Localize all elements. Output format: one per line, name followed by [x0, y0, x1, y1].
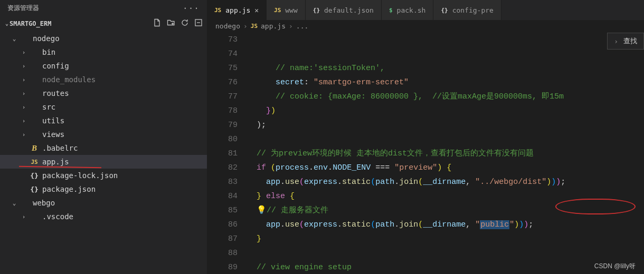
- tree-item--vscode[interactable]: ›.vscode: [0, 210, 207, 223]
- tree-item-node-modules[interactable]: ›node_modules: [0, 73, 207, 86]
- editor-area: JSapp.js✕JSwww{}default.json$pack.sh{}co…: [207, 0, 644, 274]
- tab-label: app.js: [225, 6, 250, 14]
- tree-item-label: bin: [42, 48, 55, 56]
- tab-default-json[interactable]: {}default.json: [306, 0, 382, 20]
- tree-item-label: src: [42, 103, 55, 111]
- tree-item-label: package.json: [42, 185, 96, 193]
- explorer-more-icon[interactable]: ···: [183, 3, 200, 13]
- tab-label: default.json: [324, 6, 374, 14]
- line-number: 82: [207, 161, 238, 175]
- line-number: 86: [207, 218, 238, 232]
- chevron-icon: ›: [21, 104, 26, 111]
- tree-item-webgo[interactable]: ⌄webgo: [0, 196, 207, 210]
- tree-item-label: .babelrc: [42, 144, 78, 152]
- tree-item-src[interactable]: ›src: [0, 100, 207, 114]
- tree-item-label: nodego: [33, 34, 60, 43]
- tree-item-label: app.js: [42, 158, 69, 166]
- chevron-icon: ›: [21, 63, 26, 70]
- tree-item-app-js[interactable]: JSapp.js: [0, 155, 207, 169]
- tree-item-nodego[interactable]: ⌄nodego: [0, 32, 207, 45]
- lightbulb-icon[interactable]: 💡: [257, 206, 267, 215]
- tree-item-label: views: [42, 130, 64, 139]
- collapse-icon[interactable]: [194, 18, 203, 28]
- tab-app-js[interactable]: JSapp.js✕: [207, 0, 267, 20]
- line-number: 76: [207, 75, 238, 90]
- tree-item-label: routes: [42, 89, 69, 97]
- tree-item-label: node_modules: [42, 75, 96, 84]
- line-number: 75: [207, 61, 238, 75]
- chevron-icon: ›: [21, 213, 26, 220]
- project-name: SMARTGO_ERM: [10, 20, 51, 27]
- tree-item-bin[interactable]: ›bin: [0, 45, 207, 59]
- line-number: 83: [207, 175, 238, 189]
- chevron-icon: ›: [21, 49, 26, 56]
- close-icon[interactable]: ✕: [254, 6, 259, 14]
- line-number: 78: [207, 104, 238, 118]
- tree-item-views[interactable]: ›views: [0, 128, 207, 141]
- tree-item-label: package-lock.json: [42, 171, 118, 180]
- code-content[interactable]: // name:'sessionToken', secret: "smartgo…: [247, 33, 644, 274]
- chevron-down-icon: ⌄: [4, 20, 10, 27]
- breadcrumb[interactable]: nodego › JS app.js › ...: [207, 20, 644, 33]
- line-number: 77: [207, 90, 238, 104]
- tree-item-routes[interactable]: ›routes: [0, 86, 207, 100]
- chevron-icon: ⌄: [12, 200, 17, 207]
- project-header[interactable]: ⌄ SMARTGO_ERM: [0, 16, 207, 31]
- tab-file-icon: {}: [313, 7, 320, 14]
- chevron-right-icon: ›: [243, 22, 248, 30]
- line-number: 84: [207, 189, 238, 203]
- chevron-icon: ›: [21, 90, 26, 97]
- tree-item-config[interactable]: ›config: [0, 59, 207, 73]
- chevron-icon: ›: [21, 131, 26, 138]
- breadcrumb-root: nodego: [215, 22, 240, 30]
- file-tree: ⌄nodego›bin›config›node_modules›routes›s…: [0, 31, 207, 224]
- tab-bar: JSapp.js✕JSwww{}default.json$pack.sh{}co…: [207, 0, 644, 20]
- chevron-right-icon: ›: [289, 22, 293, 30]
- breadcrumb-tail: ...: [296, 22, 308, 30]
- tree-item-label: webgo: [33, 199, 55, 207]
- explorer-header: 资源管理器 ···: [0, 0, 207, 16]
- line-number: 74: [207, 47, 238, 61]
- tree-item--babelrc[interactable]: B.babelrc: [0, 141, 207, 155]
- tab-label: pack.sh: [397, 6, 426, 14]
- watermark: CSDN @lilly呀: [594, 262, 636, 271]
- line-number: 88: [207, 246, 238, 260]
- tab-config-pre[interactable]: {}config-pre: [433, 0, 501, 20]
- tab-label: www: [285, 6, 297, 14]
- js-icon: JS: [30, 159, 39, 165]
- tab-file-icon: {}: [441, 7, 448, 14]
- tree-item-label: .vscode: [42, 212, 73, 221]
- tab-file-icon: JS: [274, 7, 281, 14]
- explorer-title: 资源管理器: [7, 4, 39, 13]
- json-icon: {}: [30, 185, 39, 193]
- explorer-sidebar: 资源管理器 ··· ⌄ SMARTGO_ERM ⌄nodego›bin›conf…: [0, 0, 207, 274]
- new-file-icon[interactable]: [153, 18, 162, 28]
- json-icon: {}: [30, 172, 39, 180]
- chevron-icon: ›: [21, 118, 26, 124]
- tab-file-icon: $: [389, 7, 393, 14]
- line-number: 81: [207, 146, 238, 161]
- tab-pack-sh[interactable]: $pack.sh: [382, 0, 433, 20]
- line-number: 87: [207, 232, 238, 246]
- tree-item-utils[interactable]: ›utils: [0, 114, 207, 128]
- tree-item-label: config: [42, 62, 69, 70]
- babel-icon: B: [30, 144, 39, 153]
- refresh-icon[interactable]: [181, 18, 189, 28]
- tab-label: config-pre: [452, 6, 494, 14]
- tree-item-label: utils: [42, 116, 64, 125]
- tab-www[interactable]: JSwww: [267, 0, 306, 20]
- tree-item-package-lock-json[interactable]: {}package-lock.json: [0, 169, 207, 182]
- new-folder-icon[interactable]: [167, 18, 175, 28]
- red-circle-annotation: [555, 199, 636, 214]
- code-editor[interactable]: 7374757677787980818283848586878889 // na…: [207, 33, 644, 274]
- line-number: 79: [207, 118, 238, 132]
- line-number: 89: [207, 260, 238, 274]
- line-gutter: 7374757677787980818283848586878889: [207, 33, 247, 274]
- tree-item-package-json[interactable]: {}package.json: [0, 182, 207, 196]
- line-number: 85: [207, 203, 238, 218]
- line-number: 80: [207, 132, 238, 146]
- chevron-icon: ›: [21, 76, 26, 83]
- js-icon: JS: [251, 23, 258, 30]
- breadcrumb-file: app.js: [261, 22, 286, 30]
- chevron-icon: ⌄: [12, 35, 17, 42]
